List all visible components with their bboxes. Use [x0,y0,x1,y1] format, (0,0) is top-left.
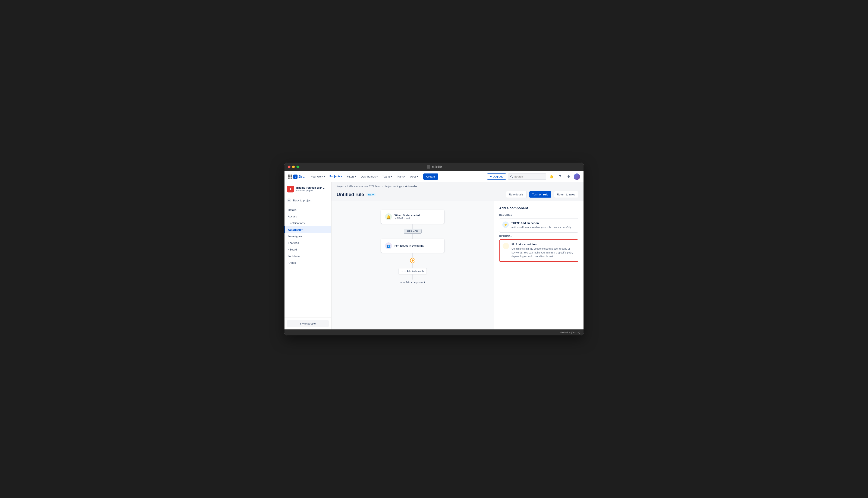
svg-rect-1 [504,245,508,245]
nav-back-button[interactable]: ← [444,165,448,169]
issues-icon: 👥 [386,244,391,248]
jira-icon: J [293,174,297,179]
search-input[interactable] [514,175,544,178]
footer-bar: Yuehu Lin (fntsr.tw) [284,329,584,336]
sidebar-item-board[interactable]: › Board [284,246,331,253]
breadcrumb-team[interactable]: iThome Ironman 2024 Team [349,185,381,188]
sidebar-item-toolchain[interactable]: Toolchain [284,253,331,260]
sidebar-item-features[interactable]: Features [284,240,331,246]
close-button[interactable] [288,166,291,168]
sidebar-bottom: Invite people [284,317,331,329]
header-actions: Rule details Turn on rule Return to rule… [506,191,578,198]
settings-icon[interactable]: ⚙ [565,173,572,180]
jira-wordmark: Jira [298,175,304,179]
connector-line-1 [412,224,413,229]
required-component-card[interactable]: ⚡ THEN: Add an action Actions will execu… [499,218,578,233]
breadcrumb-project-settings[interactable]: Project settings [384,185,402,188]
nav-your-work[interactable]: Your work ▾ [309,173,327,180]
nav-apps[interactable]: Apps ▾ [408,173,420,180]
nav-filters[interactable]: Filters ▾ [345,173,358,180]
search-icon [510,175,513,178]
breadcrumb-sep-3: / [403,185,404,188]
plus-icon: + [401,270,403,273]
help-icon[interactable]: ? [557,173,563,180]
action-card-desc: Actions will execute when your rule runs… [511,225,572,230]
notifications-icon[interactable]: 🔔 [548,173,555,180]
minimize-button[interactable] [292,166,295,168]
nav-dashboards[interactable]: Dashboards ▾ [359,173,380,180]
svg-rect-2 [505,246,507,246]
chevron-down-icon: ▾ [404,175,405,178]
nav-arrows: ← → [444,165,454,169]
nav-projects[interactable]: Projects ▾ [328,173,344,180]
content: Projects / iThome Ironman 2024 Team / Pr… [331,182,584,329]
project-header: i iThome Ironman 2024 ... Software proje… [284,182,331,196]
add-component-button[interactable]: + + Add component [400,279,425,285]
condition-card-text: IF: Add a condition Conditions limit the… [512,243,575,258]
chevron-down-icon: ▾ [341,175,342,178]
sidebar-item-issue-types[interactable]: Issue types [284,233,331,240]
chevron-down-icon: ▾ [324,175,325,178]
side-panel: Add a component Required ⚡ THEN: Add an … [494,201,584,329]
breadcrumb-sep-2: / [383,185,383,188]
sidebar-item-automation[interactable]: Automation [284,226,331,233]
chevron-right-icon: › [288,222,289,224]
titlebar: 私密瀏覽 ← → [284,162,584,171]
create-button[interactable]: Create [423,173,438,180]
branch-icon: 👥 [385,243,392,249]
avatar[interactable] [574,173,580,180]
branch-label: BRANCH [404,229,422,234]
add-node-circle[interactable] [410,258,415,263]
filter-icon [504,244,508,248]
breadcrumb: Projects / iThome Ironman 2024 Team / Pr… [331,182,584,189]
optional-component-card[interactable]: IF: Add a condition Conditions limit the… [499,239,578,262]
breadcrumb-sep-1: / [347,185,348,188]
sidebar-item-details[interactable]: Details [284,207,331,213]
breadcrumb-projects[interactable]: Projects [336,185,346,188]
trigger-block[interactable]: 🔔 When: Sprint started InIM24T board [381,210,445,224]
trigger-sub: InIM24T board [395,217,420,220]
page-title-area: Untitled rule NEW [336,192,375,197]
back-to-project[interactable]: ← Back to project [284,196,331,205]
branch-block[interactable]: 👥 For: Issues in the sprint [381,239,445,253]
nav-teams[interactable]: Teams ▾ [380,173,394,180]
turn-on-rule-button[interactable]: Turn on rule [529,192,551,198]
page-header: Untitled rule NEW Rule details Turn on r… [331,189,584,201]
action-card-text: THEN: Add an action Actions will execute… [511,222,572,230]
invite-people-button[interactable]: Invite people [287,320,329,327]
breadcrumb-current: Automation [405,185,418,188]
add-to-branch-button[interactable]: + + Add to branch [398,268,426,274]
connector-line-5 [412,274,413,279]
new-badge: NEW [367,193,375,196]
chevron-right-icon: › [288,248,289,251]
sidebar-item-apps[interactable]: › Apps [284,260,331,266]
upgrade-button[interactable]: ✦ Upgrade [487,173,506,180]
branch-label-text: For: Issues in the sprint [395,244,423,247]
sidebar: i iThome Ironman 2024 ... Software proje… [284,182,331,329]
rule-details-button[interactable]: Rule details [506,191,527,198]
trigger-text: When: Sprint started InIM24T board [395,214,420,220]
sidebar-item-notifications[interactable]: › Notifications [284,220,331,226]
optional-section-label: Optional [499,235,578,237]
trigger-label: When: Sprint started [395,214,420,217]
chevron-down-icon: ▾ [391,175,392,178]
fullscreen-button[interactable] [296,166,299,168]
tab-favicon [427,165,430,169]
action-card-icon: ⚡ [502,222,509,228]
connector-line-2 [412,234,413,239]
chevron-right-icon: › [288,262,289,264]
return-to-rules-button[interactable]: Return to rules [554,191,578,198]
app-window: 私密瀏覽 ← → J Jira [284,162,584,336]
window-title: 私密瀏覽 [432,165,442,169]
jira-logo[interactable]: J Jira [293,174,304,179]
search-box[interactable] [508,173,546,180]
sidebar-item-access[interactable]: Access [284,213,331,220]
chevron-down-icon: ▾ [355,175,356,178]
condition-card-icon [502,243,509,249]
nav-plans[interactable]: Plans ▾ [395,173,408,180]
connector-line-3 [412,253,413,258]
sidebar-nav: Details Access › Notifications Automatio… [284,205,331,317]
nav-forward-button[interactable]: → [449,165,454,169]
grid-menu-icon[interactable] [288,174,292,179]
panel-title: Add a component [499,206,578,210]
